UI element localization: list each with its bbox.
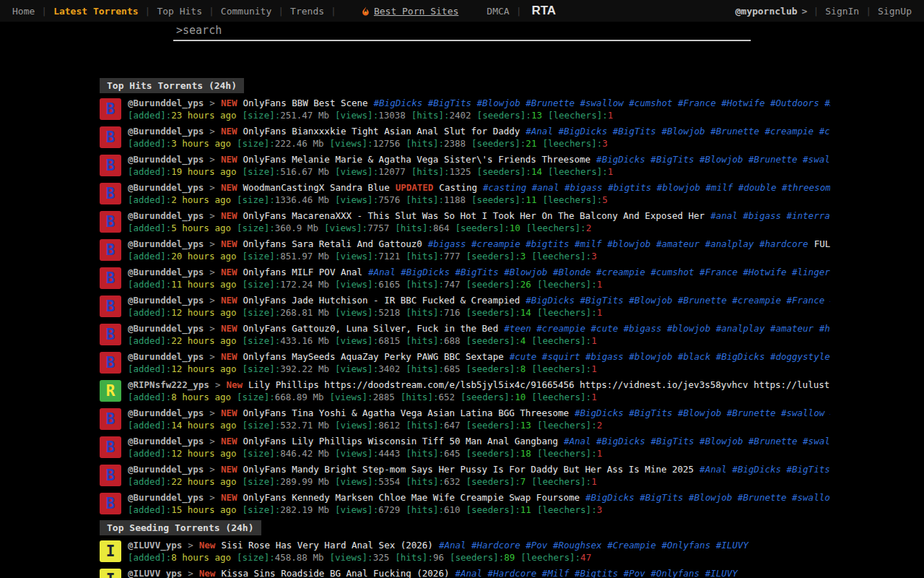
signin-button[interactable]: SignIn [819, 6, 866, 17]
tag-links[interactable]: #teen #creampie #cute #bigass #blowjob #… [504, 323, 830, 335]
tag-links[interactable]: #Anal #BigDicks #BigTits #Blowjob #Brune… [564, 436, 830, 447]
stat-added: [added]:8 hours ago [128, 392, 231, 403]
uploader-link[interactable]: @Burunddel_yps [128, 492, 204, 504]
nav-home[interactable]: Home [6, 6, 41, 17]
stat-size: [size]:222.46 Mb [237, 138, 323, 150]
uploader-link[interactable]: @Burunddel_yps [128, 210, 204, 222]
stat-hits-value: 96 [433, 552, 444, 563]
tag-links[interactable]: #BigDicks #BigTits #Blowjob #Brunette #s… [585, 492, 830, 504]
new-badge: New [226, 379, 243, 391]
uploader-avatar[interactable]: B [100, 239, 121, 261]
uploader-avatar[interactable]: I [100, 569, 121, 578]
torrent-row-text: @Burunddel_yps > NEW OnlyFans MacarenaXX… [128, 210, 830, 238]
uploader-avatar[interactable]: B [100, 155, 121, 176]
uploader-link[interactable]: @ILUVV_yps [128, 540, 182, 551]
uploader-avatar[interactable]: B [100, 408, 121, 430]
uploader-avatar[interactable]: B [100, 493, 121, 514]
torrent-title[interactable]: OnlyFans Kennedy Marksen Chloe Mae Wife … [243, 492, 580, 504]
torrent-title[interactable]: Onlyfans Sara Retali And Gattouz0 [243, 238, 422, 250]
tag-links[interactable]: #Anal #BigDicks #BigTits #Blowjob #Blond… [368, 267, 830, 278]
tag-links[interactable]: #casting #anal #bigass #bigtits #blowjob… [483, 182, 830, 194]
tag-links[interactable]: #Anal #BigDicks #BigTits #Blowjob #Brune… [526, 126, 830, 137]
tag-links[interactable]: #bigass #creampie #bigtits #milf #blowjo… [428, 238, 808, 250]
uploader-avatar[interactable]: B [100, 296, 121, 317]
search-input[interactable] [173, 22, 751, 41]
tag-links[interactable]: #Anal #Hardcore #Milf #Bigtits #Pov #Onl… [455, 568, 737, 578]
nav-top-hits[interactable]: Top Hits [150, 6, 209, 17]
stat-views-value: 3402 [378, 363, 400, 374]
uploader-link[interactable]: @RIPNsfw222_yps [128, 379, 209, 391]
stat-views: [views]:12077 [335, 166, 406, 178]
uploader-avatar[interactable]: B [100, 126, 121, 148]
stat-views: [views]:6165 [335, 279, 400, 290]
uploader-avatar[interactable]: B [100, 267, 121, 289]
stat-leechers-label: [leechers]: [531, 476, 591, 487]
uploader-avatar[interactable]: I [100, 540, 121, 562]
uploader-avatar[interactable]: B [100, 436, 121, 458]
uploader-avatar[interactable]: B [100, 352, 121, 374]
stat-views: [views]:4443 [335, 448, 400, 460]
uploader-link[interactable]: @Burunddel_yps [128, 295, 204, 306]
uploader-link[interactable]: @Burunddel_yps [128, 154, 204, 165]
nav-dmca[interactable]: DMCA [480, 6, 515, 17]
torrent-title[interactable]: OnlyFans Lily Phillips Wisconsin Tiff 50… [243, 436, 558, 447]
torrent-title[interactable]: OnlyFans Bianxxxkie Tight Asian Anal Slu… [243, 126, 520, 137]
stat-size-label: [size]: [237, 223, 275, 233]
torrent-row-text: @ILUVV_yps > New Sisi Rose Has Very Hard… [128, 540, 830, 568]
uploader-avatar[interactable]: R [100, 380, 121, 402]
stat-views-label: [views]: [329, 552, 372, 563]
torrent-title[interactable]: Onlyfans MILF POV Anal [243, 267, 362, 278]
uploader-avatar[interactable]: B [100, 465, 121, 486]
stat-size: [size]:172.24 Mb [243, 279, 329, 290]
stat-seeders-value: 10 [515, 392, 526, 402]
tag-links[interactable]: #BigDicks #BigTits #Blowjob #Brunette #s… [596, 154, 830, 165]
torrent-title[interactable]: OnlyFans Tina Yoshi & Agatha Vega Asian … [243, 407, 569, 419]
torrent-title[interactable]: Kissa Sins Roadside BG Anal Fucking (202… [221, 568, 449, 578]
tag-links[interactable]: #BigDicks #BigTits #Blowjob #Brunette #s… [374, 98, 830, 109]
torrent-title[interactable]: OnlyFans MacarenaXXX - This Slut Was So … [243, 210, 705, 222]
nav-best-porn-sites[interactable]: Best Porn Sites [361, 6, 458, 17]
uploader-link[interactable]: @Burunddel_yps [128, 351, 204, 363]
torrent-title-cont[interactable]: Casting [439, 182, 477, 194]
nav-community[interactable]: Community [214, 6, 278, 17]
uploader-avatar[interactable]: B [100, 211, 121, 233]
tag-links[interactable]: #Anal #BigDicks #BigTits … [699, 464, 830, 475]
torrent-title[interactable]: WoodmanCastingX Sandra Blue [243, 182, 389, 194]
uploader-link[interactable]: @Burunddel_yps [128, 407, 204, 419]
tag-links[interactable]: #anal #bigass #interrac… [710, 210, 830, 222]
tag-links[interactable]: #Anal #Hardcore #Pov #Roughsex #Creampie… [439, 540, 749, 551]
uploader-avatar[interactable]: B [100, 98, 121, 120]
torrent-row: B @Burunddel_yps > NEW Onlyfans MaySeeds… [100, 351, 830, 379]
torrent-title[interactable]: OnlyFans Mandy Bright Step-mom Says Her … [243, 464, 694, 475]
uploader-avatar[interactable]: B [100, 183, 121, 204]
torrent-title[interactable]: OnlyFans Gattouz0, Luna Silver, Fuck in … [243, 323, 498, 335]
torrent-title[interactable]: Onlyfans MaySeeds AquaZay Perky PAWG BBC… [243, 351, 503, 363]
uploader-link[interactable]: @Burunddel_yps [128, 323, 204, 335]
torrent-stats-line: [added]:11 hours ago [size]:172.24 Mb [v… [128, 279, 830, 290]
nav-latest-torrents[interactable]: Latest Torrents [47, 6, 144, 17]
account-area: @mypornclub > | SignIn | SignUp [735, 6, 924, 17]
nav-trends[interactable]: Trends [284, 6, 331, 17]
uploader-link[interactable]: @Burunddel_yps [128, 238, 204, 250]
uploader-link[interactable]: @Burunddel_yps [128, 436, 204, 447]
account-name[interactable]: @mypornclub [735, 6, 797, 17]
stat-size-label: [size]: [243, 166, 281, 177]
stat-seeders-label: [seeders]: [466, 504, 520, 515]
uploader-link[interactable]: @Burunddel_yps [128, 126, 204, 137]
uploader-link[interactable]: @Burunddel_yps [128, 464, 204, 475]
torrent-title[interactable]: OnlyFans BBW Best Scene [243, 98, 367, 109]
tag-links[interactable]: #cute #squirt #bigass #blowjob #black #B… [510, 351, 830, 363]
uploader-link[interactable]: @ILUVV_yps [128, 568, 182, 578]
uploader-link[interactable]: @Burunddel_yps [128, 267, 204, 278]
tag-links[interactable]: #BigDicks #BigTits #Blowjob #Brunette #c… [526, 295, 830, 306]
uploader-link[interactable]: @Burunddel_yps [128, 98, 204, 109]
torrent-title[interactable]: Sisi Rose Has Very Hard Anal Sex (2026) [221, 540, 433, 551]
signup-button[interactable]: SignUp [871, 6, 918, 17]
uploader-link[interactable]: @Burunddel_yps [128, 182, 204, 194]
tag-links[interactable]: #BigDicks #BigTits #Blowjob #Brunette #s… [575, 407, 830, 419]
stat-views-label: [views]: [324, 223, 367, 233]
torrent-title[interactable]: OnlyFans Jade Hutchison - IR BBC Fucked … [243, 295, 520, 306]
torrent-title[interactable]: OnlyFans Melanie Marie & Agatha Vega Sis… [243, 154, 590, 165]
uploader-avatar[interactable]: B [100, 324, 121, 345]
torrent-title[interactable]: Lily Phillips https://doodstream.com/e/l… [248, 379, 830, 391]
